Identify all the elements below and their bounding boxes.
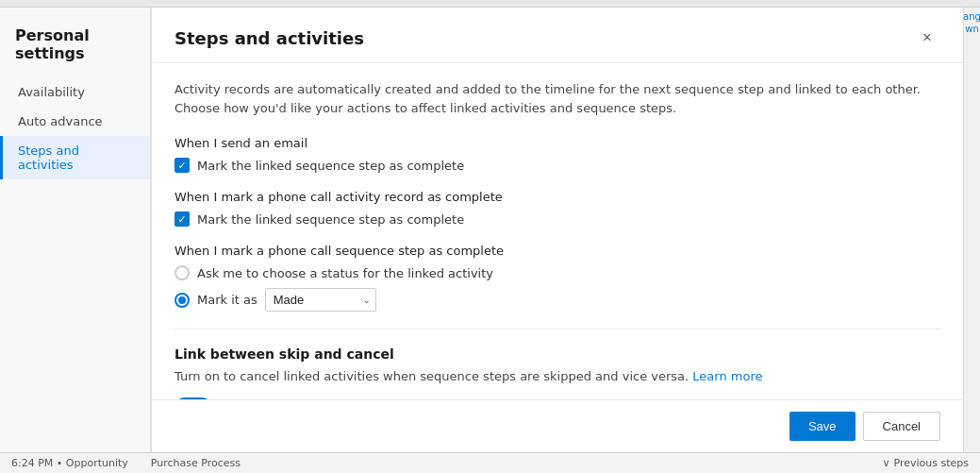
sidebar-item-label: Steps and activities <box>18 144 79 172</box>
link-toggle[interactable] <box>174 397 212 400</box>
link-section-desc: Turn on to cancel linked activities when… <box>174 367 940 386</box>
sidebar-item-steps-activities[interactable]: Steps and activities <box>0 136 150 179</box>
right-panel: ang wn <box>963 8 980 452</box>
dialog-header: Steps and activities × <box>152 8 963 63</box>
radio-ask[interactable] <box>174 265 190 280</box>
sidebar-item-label: Auto advance <box>18 114 103 128</box>
link-section: Link between skip and cancel Turn on to … <box>174 346 940 399</box>
right-panel-text2: wn <box>965 24 979 34</box>
section-divider <box>174 329 940 329</box>
phone-sequence-section: When I mark a phone call sequence step a… <box>174 244 940 312</box>
bottom-bar-right-text: Previous steps <box>893 457 969 469</box>
radio-mark-as[interactable] <box>174 293 190 308</box>
sidebar-title: Personal settings <box>0 19 150 77</box>
right-stripe-inner: ang wn <box>964 8 980 34</box>
sidebar-item-label: Availability <box>18 85 85 99</box>
bottom-bar-left: 6:24 PM • Opportunity <box>11 457 128 469</box>
sidebar-item-auto-advance[interactable]: Auto advance <box>0 107 150 136</box>
steps-activities-dialog: Steps and activities × Activity records … <box>151 8 963 452</box>
dialog-footer: Save Cancel <box>152 399 963 452</box>
mark-as-dropdown[interactable]: Made Received No answer Left voicemail <box>265 288 376 312</box>
check-icon: ✓ <box>177 160 186 171</box>
email-section-label: When I send an email <box>174 136 940 150</box>
link-section-title: Link between skip and cancel <box>174 346 940 362</box>
phone-sequence-radio-group: Ask me to choose a status for the linked… <box>174 265 940 312</box>
email-checkbox[interactable]: ✓ <box>174 158 190 173</box>
cancel-button[interactable]: Cancel <box>863 412 940 441</box>
bottom-bar-center: Purchase Process <box>151 457 241 469</box>
sidebar-item-availability[interactable]: Availability <box>0 77 150 107</box>
email-checkbox-label: Mark the linked sequence step as complet… <box>197 159 464 173</box>
phone-complete-checkbox[interactable]: ✓ <box>174 211 190 227</box>
close-button[interactable]: × <box>914 25 940 51</box>
learn-more-link[interactable]: Learn more <box>692 369 762 383</box>
mark-as-dropdown-wrapper: Made Received No answer Left voicemail ⌄ <box>265 288 376 312</box>
email-checkbox-row: ✓ Mark the linked sequence step as compl… <box>174 158 940 173</box>
save-button[interactable]: Save <box>789 412 855 441</box>
phone-complete-label: When I mark a phone call activity record… <box>174 190 940 204</box>
phone-complete-checkbox-row: ✓ Mark the linked sequence step as compl… <box>174 211 940 227</box>
bottom-bar: 6:24 PM • Opportunity Purchase Process ∨… <box>0 452 980 473</box>
phone-sequence-label: When I mark a phone call sequence step a… <box>174 244 940 258</box>
sidebar: Personal settings Availability Auto adva… <box>0 8 151 452</box>
phone-complete-checkbox-label: Mark the linked sequence step as complet… <box>197 212 464 227</box>
phone-complete-section: When I mark a phone call activity record… <box>174 190 940 227</box>
radio-mark-as-label: Mark it as <box>197 293 257 307</box>
chevron-down-icon: ∨ <box>882 457 889 469</box>
check-icon: ✓ <box>177 214 186 225</box>
email-section: When I send an email ✓ Mark the linked s… <box>174 136 940 173</box>
bottom-bar-left-text: 6:24 PM • Opportunity <box>11 457 128 469</box>
dialog-body: Activity records are automatically creat… <box>152 63 963 399</box>
dialog-title: Steps and activities <box>174 28 364 48</box>
radio-row-ask: Ask me to choose a status for the linked… <box>174 265 940 280</box>
bottom-bar-center-text: Purchase Process <box>151 457 241 469</box>
radio-row-mark-as: Mark it as Made Received No answer Left … <box>174 288 940 312</box>
right-panel-text1: ang <box>963 11 980 22</box>
bottom-bar-right[interactable]: ∨ Previous steps <box>882 457 969 469</box>
dialog-description: Activity records are automatically creat… <box>174 80 940 117</box>
radio-ask-label: Ask me to choose a status for the linked… <box>197 266 493 280</box>
